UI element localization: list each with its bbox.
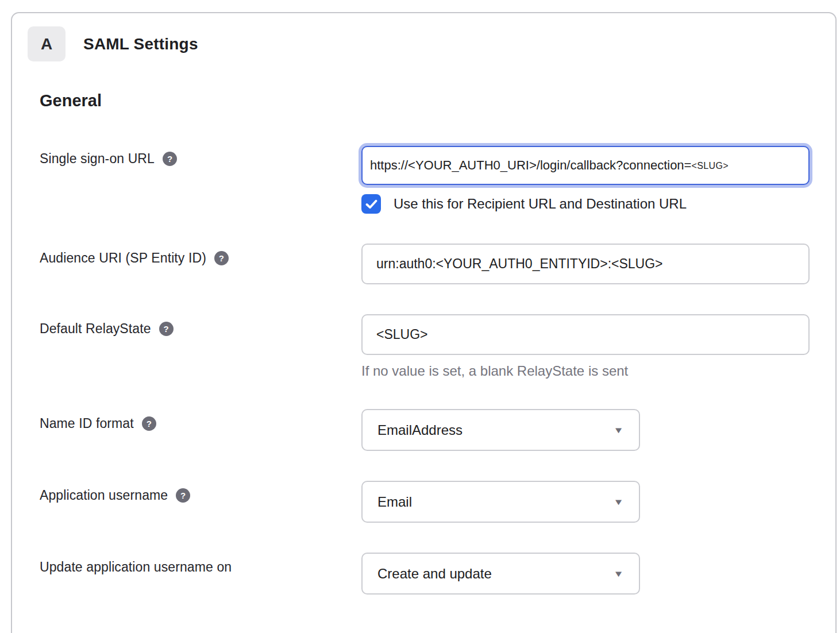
- saml-settings-card: A SAML Settings General Single sign-on U…: [11, 12, 837, 633]
- chevron-down-icon: ▼: [613, 425, 624, 435]
- sso-url-control: https://<YOUR_AUTH0_URI>/login/callback?…: [361, 144, 810, 214]
- field-row-sso-url: Single sign-on URL ? https://<YOUR_AUTH0…: [40, 144, 810, 214]
- checkmark-icon: [365, 199, 377, 209]
- help-icon[interactable]: ?: [176, 488, 190, 503]
- name-id-format-label-group: Name ID format ?: [40, 409, 361, 431]
- sso-url-input[interactable]: https://<YOUR_AUTH0_URI>/login/callback?…: [361, 146, 810, 185]
- card-header: A SAML Settings: [28, 26, 810, 61]
- general-heading: General: [40, 91, 810, 110]
- field-row-name-id-format: Name ID format ? EmailAddress ▼: [40, 409, 810, 451]
- help-icon[interactable]: ?: [163, 152, 177, 166]
- relaystate-label: Default RelayState: [40, 321, 151, 337]
- update-username-control: Create and update ▼: [361, 553, 810, 595]
- chevron-down-icon: ▼: [613, 497, 624, 507]
- field-row-update-username: Update application username on Create an…: [40, 553, 810, 595]
- name-id-format-select[interactable]: EmailAddress ▼: [361, 409, 640, 451]
- application-username-control: Email ▼: [361, 481, 810, 523]
- recipient-url-checkbox-label: Use this for Recipient URL and Destinati…: [394, 196, 687, 212]
- field-row-relaystate: Default RelayState ? <SLUG> If no value …: [40, 314, 810, 379]
- relaystate-label-group: Default RelayState ?: [40, 314, 361, 337]
- update-username-label-group: Update application username on: [40, 553, 361, 575]
- audience-uri-control: urn:auth0:<YOUR_AUTH0_ENTITYID>:<SLUG>: [361, 244, 810, 284]
- relaystate-input[interactable]: <SLUG>: [361, 314, 810, 355]
- relaystate-control: <SLUG> If no value is set, a blank Relay…: [361, 314, 810, 379]
- sso-url-label-group: Single sign-on URL ?: [40, 144, 361, 167]
- help-icon[interactable]: ?: [214, 251, 229, 265]
- recipient-url-checkbox-row: Use this for Recipient URL and Destinati…: [361, 194, 810, 214]
- field-row-audience-uri: Audience URI (SP Entity ID) ? urn:auth0:…: [40, 244, 810, 284]
- help-icon[interactable]: ?: [142, 416, 156, 431]
- name-id-format-control: EmailAddress ▼: [361, 409, 810, 451]
- name-id-format-label: Name ID format: [40, 416, 134, 431]
- section-badge: A: [28, 26, 65, 61]
- audience-uri-label: Audience URI (SP Entity ID): [40, 250, 206, 266]
- sso-url-label: Single sign-on URL: [40, 151, 155, 167]
- name-id-format-value: EmailAddress: [377, 422, 463, 438]
- relaystate-helper-text: If no value is set, a blank RelayState i…: [361, 363, 810, 379]
- update-username-value: Create and update: [377, 566, 492, 582]
- application-username-value: Email: [377, 494, 412, 510]
- audience-uri-label-group: Audience URI (SP Entity ID) ?: [40, 244, 361, 266]
- recipient-url-checkbox[interactable]: [361, 194, 381, 214]
- application-username-label-group: Application username ?: [40, 481, 361, 503]
- help-icon[interactable]: ?: [159, 322, 174, 336]
- audience-uri-input[interactable]: urn:auth0:<YOUR_AUTH0_ENTITYID>:<SLUG>: [361, 244, 810, 284]
- application-username-label: Application username: [40, 488, 168, 503]
- page-title: SAML Settings: [83, 35, 198, 53]
- update-username-select[interactable]: Create and update ▼: [361, 553, 640, 595]
- field-row-application-username: Application username ? Email ▼: [40, 481, 810, 523]
- application-username-select[interactable]: Email ▼: [361, 481, 640, 523]
- chevron-down-icon: ▼: [613, 569, 624, 578]
- sso-url-value: https://<YOUR_AUTH0_URI>/login/callback?…: [370, 158, 691, 173]
- update-username-label: Update application username on: [40, 559, 232, 575]
- sso-url-value-slug: <SLUG>: [691, 160, 729, 171]
- form-rows: Single sign-on URL ? https://<YOUR_AUTH0…: [40, 144, 810, 595]
